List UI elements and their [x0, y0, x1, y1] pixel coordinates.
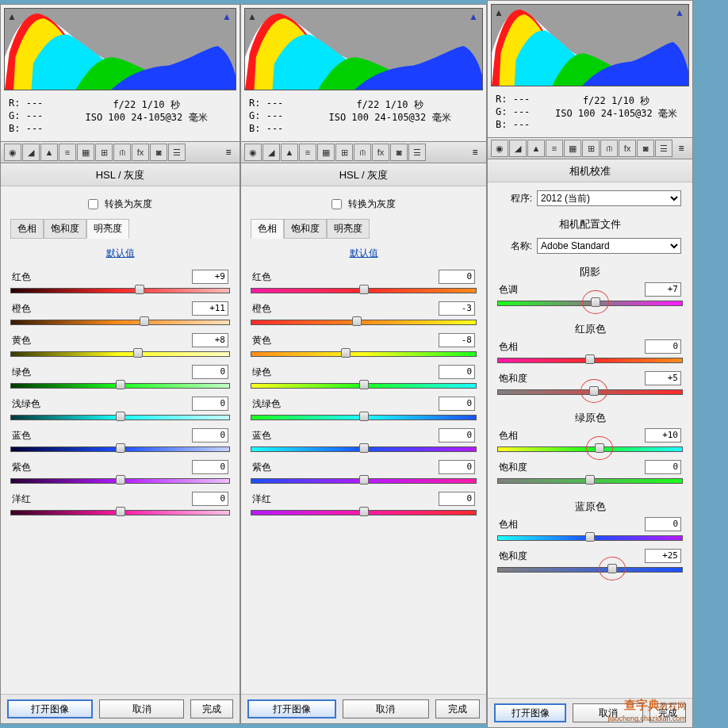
- slider-value-input[interactable]: +9: [192, 270, 228, 284]
- profile-name-select[interactable]: Adobe Standard: [537, 238, 681, 254]
- slider-track[interactable]: [10, 349, 230, 358]
- slider-track[interactable]: [10, 412, 230, 422]
- default-link[interactable]: 默认值: [10, 243, 230, 270]
- slider-thumb[interactable]: [359, 507, 369, 516]
- tab-presets-icon[interactable]: ☰: [408, 144, 426, 161]
- convert-grayscale-checkbox[interactable]: [88, 199, 98, 209]
- tab-hsl-icon[interactable]: ≡: [59, 144, 76, 161]
- open-image-button[interactable]: 打开图像: [247, 699, 336, 718]
- cancel-button[interactable]: 取消: [99, 699, 183, 718]
- done-button[interactable]: 完成: [190, 699, 233, 718]
- tab-curve-icon[interactable]: ◢: [22, 144, 40, 161]
- tab-basic-icon[interactable]: ◉: [4, 144, 21, 161]
- slider-track[interactable]: [497, 476, 683, 485]
- slider-thumb[interactable]: [585, 532, 595, 542]
- slider-track[interactable]: [251, 349, 477, 358]
- tab-lens-icon[interactable]: ⊞: [95, 144, 113, 161]
- panel-menu-icon[interactable]: ≡: [467, 145, 483, 159]
- slider-thumb[interactable]: [359, 412, 369, 421]
- slider-track[interactable]: [10, 381, 230, 390]
- slider-track[interactable]: [251, 317, 477, 327]
- slider-value-input[interactable]: 0: [439, 428, 475, 443]
- tab-presets-icon[interactable]: ☰: [655, 140, 672, 157]
- slider-thumb[interactable]: [135, 285, 144, 294]
- tab-camera-icon[interactable]: ◙: [637, 140, 654, 157]
- tab-basic-icon[interactable]: ◉: [491, 140, 508, 157]
- slider-thumb[interactable]: [116, 507, 125, 516]
- open-image-button[interactable]: 打开图像: [7, 699, 93, 718]
- slider-value-input[interactable]: 0: [645, 339, 681, 354]
- slider-value-input[interactable]: 0: [439, 397, 475, 411]
- slider-track[interactable]: [10, 285, 230, 295]
- slider-value-input[interactable]: 0: [439, 365, 475, 379]
- slider-track[interactable]: [251, 381, 477, 390]
- slider-value-input[interactable]: -8: [439, 333, 475, 347]
- slider-thumb[interactable]: [589, 386, 599, 396]
- slider-value-input[interactable]: 0: [192, 460, 228, 474]
- slider-track[interactable]: [10, 476, 230, 485]
- slider-thumb[interactable]: [352, 316, 362, 326]
- slider-thumb[interactable]: [341, 348, 351, 358]
- slider-thumb[interactable]: [116, 443, 125, 453]
- slider-thumb[interactable]: [585, 354, 595, 364]
- tab-fx2-icon[interactable]: fx: [132, 144, 149, 161]
- tab-split-icon[interactable]: ▦: [317, 144, 335, 161]
- slider-value-input[interactable]: 0: [439, 492, 475, 506]
- slider-thumb[interactable]: [591, 297, 600, 307]
- slider-thumb[interactable]: [359, 380, 369, 389]
- slider-track[interactable]: [251, 412, 477, 422]
- tab-fx-icon[interactable]: ⫙: [354, 144, 371, 161]
- slider-value-input[interactable]: 0: [192, 397, 228, 411]
- slider-track[interactable]: [497, 355, 683, 365]
- open-image-button[interactable]: 打开图像: [494, 703, 566, 722]
- cancel-button[interactable]: 取消: [343, 699, 430, 718]
- slider-value-input[interactable]: -3: [439, 301, 475, 316]
- slider-value-input[interactable]: 0: [192, 365, 228, 379]
- slider-value-input[interactable]: +5: [645, 371, 681, 385]
- slider-track[interactable]: [251, 444, 477, 454]
- slider-thumb[interactable]: [359, 475, 369, 485]
- done-button[interactable]: 完成: [435, 699, 480, 718]
- slider-track[interactable]: [497, 533, 683, 542]
- slider-track[interactable]: [10, 508, 230, 517]
- tab-saturation[interactable]: 饱和度: [44, 219, 86, 239]
- tab-presets-icon[interactable]: ☰: [168, 144, 186, 161]
- tab-hue[interactable]: 色相: [251, 219, 284, 239]
- slider-value-input[interactable]: +8: [192, 333, 228, 347]
- tab-saturation[interactable]: 饱和度: [284, 219, 327, 239]
- slider-thumb[interactable]: [585, 475, 595, 485]
- slider-value-input[interactable]: +10: [645, 428, 681, 443]
- slider-thumb[interactable]: [607, 564, 617, 573]
- tab-detail-icon[interactable]: ▲: [527, 140, 545, 157]
- tab-luminance[interactable]: 明亮度: [327, 219, 370, 239]
- tab-hsl-icon[interactable]: ≡: [546, 140, 563, 157]
- slider-thumb[interactable]: [140, 316, 149, 326]
- panel-menu-icon[interactable]: ≡: [220, 145, 236, 159]
- tab-fx-icon[interactable]: ⫙: [600, 140, 618, 157]
- slider-value-input[interactable]: 0: [645, 517, 681, 531]
- slider-thumb[interactable]: [595, 443, 604, 453]
- slider-track[interactable]: [497, 444, 683, 454]
- slider-track[interactable]: [497, 565, 683, 574]
- tab-lens-icon[interactable]: ⊞: [582, 140, 600, 157]
- slider-track[interactable]: [10, 317, 230, 327]
- slider-value-input[interactable]: +25: [645, 549, 681, 563]
- tab-hsl-icon[interactable]: ≡: [299, 144, 316, 161]
- slider-value-input[interactable]: +7: [645, 282, 681, 297]
- slider-value-input[interactable]: 0: [439, 460, 475, 474]
- slider-thumb[interactable]: [359, 443, 369, 453]
- tab-fx2-icon[interactable]: fx: [619, 140, 636, 157]
- tab-fx2-icon[interactable]: fx: [372, 144, 389, 161]
- slider-value-input[interactable]: 0: [192, 428, 228, 443]
- slider-thumb[interactable]: [359, 285, 369, 294]
- slider-thumb[interactable]: [116, 412, 125, 421]
- slider-track[interactable]: [251, 285, 477, 295]
- slider-value-input[interactable]: 0: [439, 270, 475, 284]
- slider-track[interactable]: [497, 298, 683, 308]
- tab-detail-icon[interactable]: ▲: [281, 144, 298, 161]
- tab-camera-icon[interactable]: ◙: [150, 144, 167, 161]
- slider-thumb[interactable]: [116, 475, 125, 485]
- slider-track[interactable]: [251, 476, 477, 485]
- tab-luminance[interactable]: 明亮度: [86, 219, 129, 239]
- tab-detail-icon[interactable]: ▲: [40, 144, 58, 161]
